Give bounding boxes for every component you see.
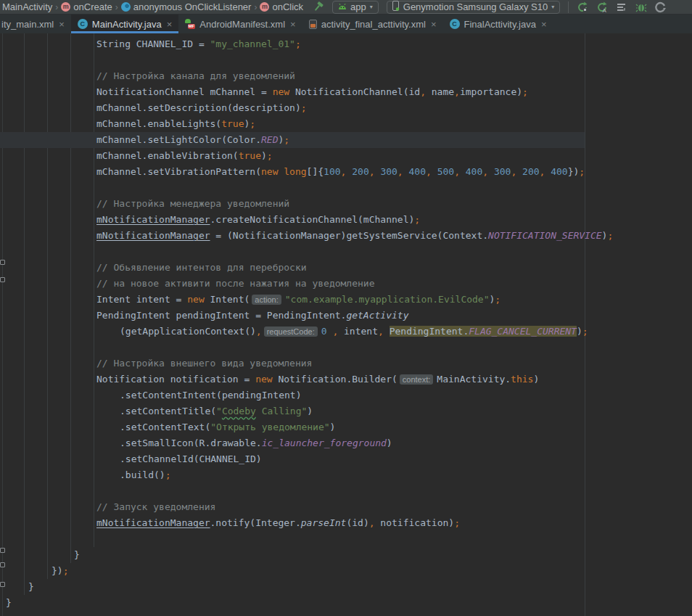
code-line[interactable]: mChannel.enableLights(true); — [0, 116, 692, 132]
code-line[interactable]: .setSmallIcon(R.drawable.ic_launcher_for… — [0, 435, 692, 451]
attach-debugger-icon[interactable] — [655, 1, 667, 13]
code-line[interactable]: mNotificationManager = (NotificationMana… — [0, 228, 692, 244]
breadcrumb-separator: › — [55, 2, 58, 12]
breadcrumb-label: MainActivity — [2, 1, 52, 12]
code-line[interactable] — [0, 52, 692, 68]
manifest-icon: MF — [185, 19, 195, 29]
code-line[interactable] — [0, 180, 692, 196]
java-class-icon: C — [78, 19, 88, 29]
code-line[interactable]: String CHANNEL_ID = "my_channel_01"; — [0, 36, 692, 52]
breadcrumb: MainActivity › m onCreate › anonymous On… — [0, 1, 303, 12]
editor-tab-bar: ity_main.xml × C MainActivity.java × MF … — [0, 15, 692, 33]
breadcrumb-separator: › — [115, 2, 118, 12]
breadcrumb-label: onClick — [272, 1, 303, 12]
code-line[interactable]: } — [0, 595, 692, 611]
code-line[interactable]: .setContentIntent(pendingIntent) — [0, 387, 692, 403]
code-line[interactable]: // Запуск уведомления — [0, 499, 692, 515]
code-line[interactable]: .build(); — [0, 467, 692, 483]
close-icon[interactable]: × — [431, 19, 437, 30]
debug-icon[interactable] — [635, 1, 647, 13]
chevron-down-icon: ▾ — [551, 4, 554, 10]
xml-file-icon — [309, 20, 317, 29]
code-line[interactable] — [0, 340, 692, 356]
code-line[interactable] — [0, 531, 692, 547]
code-line[interactable]: // Настройка канала для уведомлений — [0, 68, 692, 84]
breadcrumb-item-anonymous-class[interactable]: anonymous OnClickListener — [121, 1, 252, 12]
java-class-icon: C — [450, 19, 460, 29]
breadcrumb-separator: › — [254, 2, 257, 12]
breadcrumb-item-class[interactable]: MainActivity — [2, 1, 52, 12]
tab-finalacttivity-java[interactable]: C FinalActtivity.java × — [443, 15, 553, 33]
code-line[interactable]: mChannel.enableVibration(true); — [0, 148, 692, 164]
code-line[interactable]: mNotificationManager.notify(Integer.pars… — [0, 515, 692, 531]
code-line[interactable]: Intent intent = new Intent(action:"com.e… — [0, 292, 692, 308]
code-line[interactable]: Notification notification = new Notifica… — [0, 371, 692, 387]
apply-code-changes-icon[interactable]: A — [596, 1, 608, 13]
tab-mainactivity-java[interactable]: C MainActivity.java × — [71, 15, 178, 33]
code-line[interactable]: .setContentTitle("Codeby Calling") — [0, 403, 692, 419]
tab-androidmanifest-xml[interactable]: MF AndroidManifest.xml × — [178, 15, 302, 33]
code-line[interactable]: } — [0, 547, 692, 563]
close-icon[interactable]: × — [290, 19, 296, 30]
code-line[interactable]: mChannel.setVibrationPattern(new long[]{… — [0, 164, 692, 180]
chevron-down-icon: ▾ — [370, 4, 373, 10]
breadcrumb-label: onCreate — [73, 1, 112, 12]
code-line[interactable] — [0, 483, 692, 499]
android-app-icon — [338, 1, 347, 12]
apply-changes-icon[interactable] — [577, 1, 588, 13]
svg-text:A: A — [603, 7, 607, 13]
code-line[interactable]: }); — [0, 563, 692, 579]
code-line[interactable]: // Настройка менеджера уведомлений — [0, 196, 692, 212]
code-line[interactable]: mChannel.setLightColor(Color.RED); — [0, 132, 585, 148]
code-line[interactable]: mChannel.setDescription(description); — [0, 100, 692, 116]
close-icon[interactable]: × — [59, 19, 65, 30]
tab-activity-main-xml[interactable]: ity_main.xml × — [0, 15, 71, 33]
run-actions-group: A — [568, 1, 667, 13]
code-line[interactable]: .setContentText("Открыть уведомление") — [0, 419, 692, 435]
code-line[interactable]: .setChannelId(CHANNEL_ID) — [0, 451, 692, 467]
tab-label: FinalActtivity.java — [464, 19, 536, 30]
code-line[interactable]: // Настройка внешнего вида уведомления — [0, 356, 692, 371]
main-toolbar: MainActivity › m onCreate › anonymous On… — [0, 0, 692, 15]
tab-label: activity_final_acttivity.xml — [321, 19, 426, 30]
method-icon: m — [260, 2, 269, 12]
device-selector-label: Genymotion Samsung Galaxy S10 — [403, 1, 548, 12]
close-icon[interactable]: × — [541, 19, 547, 30]
code-line[interactable]: NotificationChannel mChannel = new Notif… — [0, 84, 692, 100]
code-line[interactable]: PendingIntent pendingIntent = PendingInt… — [0, 308, 692, 324]
code-line[interactable]: mNotificationManager.createNotificationC… — [0, 212, 692, 228]
phone-icon — [392, 1, 400, 13]
code-line[interactable]: (getApplicationContext(),requestCode:0 ,… — [0, 324, 692, 340]
device-selector[interactable]: Genymotion Samsung Galaxy S10 ▾ — [387, 1, 560, 14]
run-tasks-icon[interactable] — [616, 1, 627, 13]
breadcrumb-label: anonymous OnClickListener — [133, 1, 252, 12]
anonymous-class-icon — [121, 2, 131, 12]
tab-label: MainActivity.java — [92, 19, 162, 30]
breadcrumb-item-onclick[interactable]: m onClick — [260, 1, 303, 12]
breadcrumb-item-oncreate[interactable]: m onCreate — [61, 1, 112, 12]
code-line[interactable] — [0, 244, 692, 260]
code-line[interactable]: } — [0, 579, 692, 595]
tab-activity-final-acttivity-xml[interactable]: activity_final_acttivity.xml × — [302, 15, 443, 33]
run-configuration-selector[interactable]: app ▾ — [332, 1, 379, 14]
code-area[interactable]: String CHANNEL_ID = "my_channel_01";// Н… — [0, 36, 692, 611]
tab-label: ity_main.xml — [1, 19, 54, 30]
code-line[interactable]: // на новое активити после нажатия на ув… — [0, 276, 692, 292]
code-editor[interactable]: String CHANNEL_ID = "my_channel_01";// Н… — [0, 33, 692, 616]
close-icon[interactable]: × — [167, 19, 173, 30]
run-configuration-label: app — [350, 1, 366, 12]
method-icon: m — [61, 2, 70, 12]
build-hammer-icon[interactable] — [313, 1, 324, 12]
android-studio-window: MainActivity › m onCreate › anonymous On… — [0, 0, 692, 616]
code-line[interactable]: // Обьявление интентов для переброски — [0, 260, 692, 276]
tab-label: AndroidManifest.xml — [199, 19, 285, 30]
